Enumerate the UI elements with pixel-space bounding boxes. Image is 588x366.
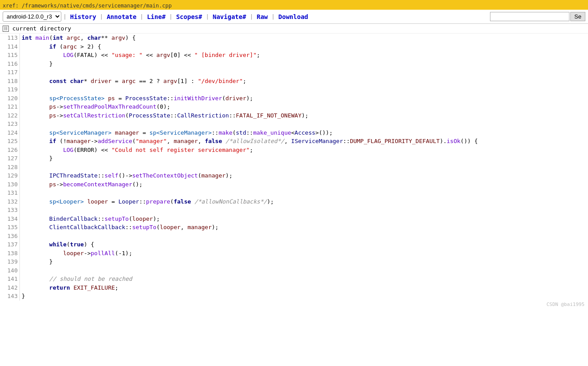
table-row: 132 sp<Looper> looper = Looper::prepare(… [0,197,588,206]
code-line: sp<Looper> looper = Looper::prepare(fals… [19,197,588,206]
sep-7: | [271,13,275,20]
dir-label: current directory [12,25,71,32]
line-number: 127 [0,154,19,163]
line-number: 113 [0,34,19,42]
table-row: 134 BinderCallback::setupTo(looper); [0,215,588,223]
table-row: 121 ps->setThreadPoolMaxThreadCount(0); [0,102,588,111]
code-line [19,68,588,77]
code-line: } [19,257,588,266]
directory-bar: ☷ current directory [0,24,588,34]
line-number: 135 [0,223,19,232]
nav-history[interactable]: History [68,13,98,20]
code-line: ps->becomeContextManager(); [19,180,588,189]
code-line: BinderCallback::setupTo(looper); [19,215,588,223]
sep-6: | [250,13,253,20]
code-line: return EXIT_FAILURE; [19,283,588,292]
code-line: } [19,154,588,163]
code-line [19,232,588,241]
line-number: 122 [0,111,19,120]
table-row: 130 ps->becomeContextManager(); [0,180,588,189]
code-line [19,189,588,197]
line-number: 138 [0,249,19,258]
line-number: 116 [0,60,19,68]
code-line [19,120,588,128]
nav-annotate[interactable]: Annotate [105,13,138,20]
code-line: ps->setThreadPoolMaxThreadCount(0); [19,102,588,111]
code-line: int main(int argc, char** argv) { [19,34,588,42]
line-number: 118 [0,77,19,86]
sep-3: | [140,13,143,20]
table-row: 123 [0,120,588,128]
line-number: 114 [0,42,19,51]
search-area: Se [490,12,585,21]
line-number: 126 [0,146,19,155]
table-row: 139 } [0,257,588,266]
line-number: 140 [0,266,19,275]
table-row: 113int main(int argc, char** argv) { [0,34,588,42]
code-line: ClientCallbackCallback::setupTo(looper, … [19,223,588,232]
sep-4: | [169,13,173,20]
code-area: 113int main(int argc, char** argv) {114 … [0,34,588,301]
navigation-bar: android-12.0.0_r3android-13.0.0_r1androi… [0,10,588,24]
line-number: 121 [0,102,19,111]
code-line [19,266,588,275]
code-line: if (!manager->addService("manager", mana… [19,137,588,146]
code-line: } [19,292,588,301]
table-row: 142 return EXIT_FAILURE; [0,283,588,292]
sep-1: | [63,13,67,20]
table-row: 140 [0,266,588,275]
table-row: 128 [0,163,588,172]
line-number: 133 [0,206,19,215]
line-number: 143 [0,292,19,301]
table-row: 133 [0,206,588,215]
line-number: 131 [0,189,19,197]
file-path-bar: xref: /frameworks/native/cmds/serviceman… [0,2,588,10]
table-row: 116 } [0,60,588,68]
search-input[interactable] [490,12,569,21]
code-line: // should not be reached [19,275,588,283]
code-line: if (argc > 2) { [19,42,588,51]
line-number: 119 [0,85,19,94]
table-row: 135 ClientCallbackCallback::setupTo(loop… [0,223,588,232]
table-row: 115 LOG(FATAL) << "usage: " << argv[0] <… [0,51,588,60]
table-row: 141 // should not be reached [0,275,588,283]
table-row: 143} [0,292,588,301]
line-number: 132 [0,197,19,206]
code-line: const char* driver = argc == 2 ? argv[1]… [19,77,588,86]
code-line: } [19,60,588,68]
line-number: 136 [0,232,19,241]
line-number: 142 [0,283,19,292]
code-line: looper->pollAll(-1); [19,249,588,258]
nav-navigate[interactable]: Navigate# [211,13,248,20]
line-number: 130 [0,180,19,189]
table-row: 137 while(true) { [0,240,588,249]
sep-2: | [100,13,103,20]
line-number: 123 [0,120,19,128]
line-number: 129 [0,171,19,180]
code-line: IPCThreadState::self()->setTheContextObj… [19,171,588,180]
line-number: 125 [0,137,19,146]
nav-scopes[interactable]: Scopes# [174,13,204,20]
code-table: 113int main(int argc, char** argv) {114 … [0,34,588,301]
table-row: 122 ps->setCallRestriction(ProcessState:… [0,111,588,120]
nav-raw[interactable]: Raw [255,13,269,20]
table-row: 127 } [0,154,588,163]
search-button[interactable]: Se [570,12,585,21]
code-line [19,206,588,215]
table-row: 129 IPCThreadState::self()->setTheContex… [0,171,588,180]
table-row: 120 sp<ProcessState> ps = ProcessState::… [0,94,588,103]
nav-line[interactable]: Line# [145,13,167,20]
line-number: 115 [0,51,19,60]
line-number: 120 [0,94,19,103]
line-number: 137 [0,240,19,249]
dir-icon: ☷ [3,26,9,32]
sep-5: | [206,13,209,20]
table-row: 117 [0,68,588,77]
nav-download[interactable]: Download [277,13,310,20]
code-line: sp<ServiceManager> manager = sp<ServiceM… [19,128,588,137]
code-line: ps->setCallRestriction(ProcessState::Cal… [19,111,588,120]
version-select[interactable]: android-12.0.0_r3android-13.0.0_r1androi… [3,11,61,22]
table-row: 114 if (argc > 2) { [0,42,588,51]
code-line: LOG(ERROR) << "Could not self register s… [19,146,588,155]
file-path: xref: /frameworks/native/cmds/serviceman… [3,3,172,9]
